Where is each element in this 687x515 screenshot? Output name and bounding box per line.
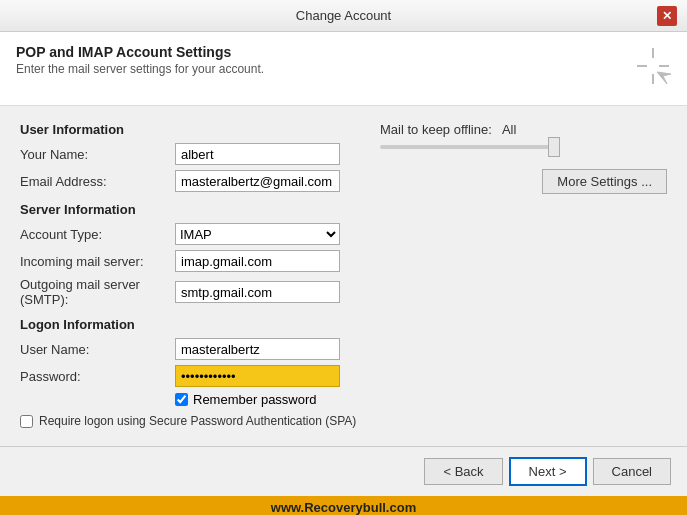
remember-row: Remember password [175,392,360,407]
cancel-button[interactable]: Cancel [593,458,671,485]
incoming-server-label: Incoming mail server: [20,254,175,269]
logon-section-label: Logon Information [20,317,360,332]
offline-slider-thumb[interactable] [548,137,560,157]
username-input[interactable] [175,338,340,360]
main-content: User Information Your Name: Email Addres… [0,106,687,446]
form-layout: User Information Your Name: Email Addres… [20,122,667,430]
account-type-label: Account Type: [20,227,175,242]
close-button[interactable]: ✕ [657,6,677,26]
username-label: User Name: [20,342,175,357]
incoming-server-input[interactable] [175,250,340,272]
your-name-row: Your Name: [20,143,360,165]
offline-value: All [502,122,516,137]
spa-checkbox[interactable] [20,415,33,428]
incoming-server-row: Incoming mail server: [20,250,360,272]
spa-row: Require logon using Secure Password Auth… [20,413,360,430]
form-left: User Information Your Name: Email Addres… [20,122,360,430]
email-label: Email Address: [20,174,175,189]
more-settings-row: More Settings ... [380,169,667,194]
your-name-label: Your Name: [20,147,175,162]
header-heading: POP and IMAP Account Settings [16,44,264,60]
server-info-section-label: Server Information [20,202,360,217]
offline-label: Mail to keep offline: All [380,122,667,137]
remember-password-label: Remember password [193,392,317,407]
header-text: POP and IMAP Account Settings Enter the … [16,44,264,76]
spa-label: Require logon using Secure Password Auth… [39,413,356,430]
outgoing-server-row: Outgoing mail server (SMTP): [20,277,360,307]
next-button[interactable]: Next > [509,457,587,486]
header-section: POP and IMAP Account Settings Enter the … [0,32,687,106]
form-right: Mail to keep offline: All More Settings … [380,122,667,430]
email-row: Email Address: [20,170,360,192]
cursor-icon [635,46,671,93]
outgoing-server-label: Outgoing mail server (SMTP): [20,277,175,307]
account-type-row: Account Type: IMAP POP3 [20,223,360,245]
username-row: User Name: [20,338,360,360]
watermark: www.Recoverybull.com [0,496,687,515]
header-subtext: Enter the mail server settings for your … [16,62,264,76]
more-settings-button[interactable]: More Settings ... [542,169,667,194]
back-button[interactable]: < Back [424,458,502,485]
offline-slider-track [380,145,560,149]
dialog-title: Change Account [30,8,657,23]
password-row: Password: [20,365,360,387]
remember-password-checkbox[interactable] [175,393,188,406]
password-input[interactable] [175,365,340,387]
email-input[interactable] [175,170,340,192]
title-bar: Change Account ✕ [0,0,687,32]
offline-slider-container [380,145,667,149]
user-info-section-label: User Information [20,122,360,137]
account-type-select[interactable]: IMAP POP3 [175,223,340,245]
password-label: Password: [20,369,175,384]
your-name-input[interactable] [175,143,340,165]
offline-section: Mail to keep offline: All [380,122,667,149]
footer: < Back Next > Cancel [0,446,687,496]
outgoing-server-input[interactable] [175,281,340,303]
